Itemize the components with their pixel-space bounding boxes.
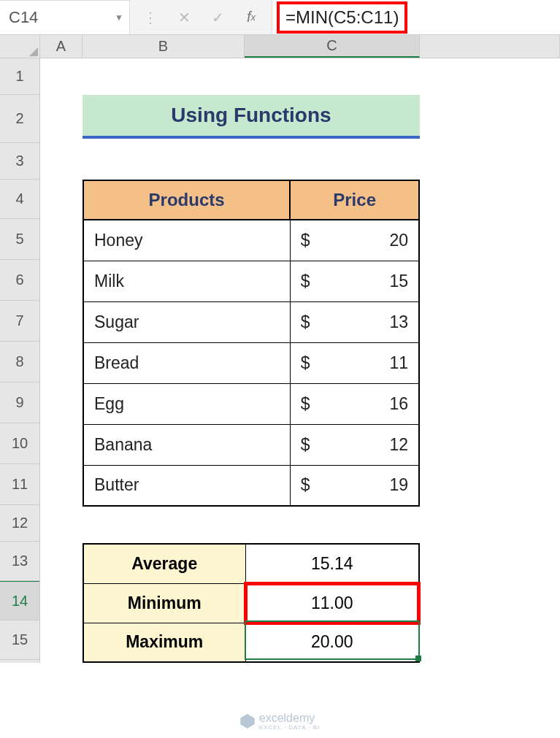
- currency-sign: $: [301, 231, 310, 250]
- column-header-A[interactable]: A: [40, 35, 83, 58]
- row-header-10[interactable]: 10: [0, 423, 39, 464]
- average-value[interactable]: 15.14: [245, 544, 419, 583]
- column-header-B[interactable]: B: [83, 35, 245, 58]
- cell-product[interactable]: Sugar: [83, 301, 290, 342]
- cell-price[interactable]: $16: [290, 383, 419, 424]
- cell-price[interactable]: $15: [290, 261, 419, 301]
- cell-price[interactable]: $20: [290, 220, 419, 261]
- row-header-1[interactable]: 1: [0, 58, 39, 95]
- name-box-value: C14: [9, 8, 38, 27]
- watermark-sub: EXCEL · DATA · BI: [259, 725, 321, 731]
- cells-area[interactable]: Using Functions Products Price Honey$20 …: [40, 58, 560, 663]
- row-headers: 1 2 3 4 5 6 7 8 9 10 11 12 13 14 15: [0, 58, 40, 663]
- cell-product[interactable]: Milk: [83, 261, 290, 301]
- products-table: Products Price Honey$20 Milk$15 Sugar$13…: [83, 180, 420, 507]
- cancel-icon[interactable]: ✕: [174, 9, 194, 26]
- cell-price[interactable]: $13: [290, 301, 419, 342]
- fx-icon[interactable]: fx: [241, 9, 261, 26]
- currency-sign: $: [301, 312, 310, 332]
- column-headers: A B C: [40, 35, 560, 58]
- maximum-value[interactable]: 20.00: [245, 623, 419, 662]
- row-header-4[interactable]: 4: [0, 180, 39, 219]
- row-header-12[interactable]: 12: [0, 505, 39, 542]
- average-label[interactable]: Average: [83, 544, 245, 583]
- hex-logo-icon: [240, 714, 255, 729]
- row-header-9[interactable]: 9: [0, 383, 39, 423]
- cell-product[interactable]: Banana: [83, 424, 290, 465]
- row-header-11[interactable]: 11: [0, 464, 39, 505]
- chevron-down-icon[interactable]: ▼: [115, 12, 123, 23]
- price-value: 11: [389, 353, 408, 373]
- page-title: Using Functions: [83, 95, 420, 139]
- header-price: Price: [290, 180, 419, 220]
- formula-text: =MIN(C5:C11): [277, 1, 407, 34]
- currency-sign: $: [301, 353, 310, 373]
- currency-sign: $: [301, 272, 310, 291]
- cell-product[interactable]: Butter: [83, 465, 290, 506]
- price-value: 15: [389, 272, 408, 291]
- row-header-14[interactable]: 14: [0, 581, 39, 620]
- cell-product[interactable]: Egg: [83, 383, 290, 424]
- currency-sign: $: [301, 475, 310, 495]
- currency-sign: $: [301, 394, 310, 414]
- row-header-3[interactable]: 3: [0, 143, 39, 180]
- row-header-7[interactable]: 7: [0, 301, 39, 342]
- cell-price[interactable]: $11: [290, 342, 419, 383]
- cell-price[interactable]: $12: [290, 424, 419, 465]
- formula-input[interactable]: =MIN(C5:C11): [272, 0, 560, 34]
- row-header-2[interactable]: 2: [0, 95, 39, 143]
- select-all-corner[interactable]: [0, 35, 40, 58]
- watermark-name: exceldemy: [259, 712, 315, 724]
- formula-bar: C14 ▼ ⋮ ✕ ✓ fx =MIN(C5:C11): [0, 0, 560, 35]
- price-value: 16: [389, 394, 408, 414]
- header-products: Products: [83, 180, 290, 220]
- formula-bar-controls: ⋮ ✕ ✓ fx: [130, 0, 272, 34]
- column-header-blank[interactable]: [420, 35, 560, 58]
- price-value: 19: [389, 475, 408, 495]
- row-header-6[interactable]: 6: [0, 260, 39, 301]
- cell-price[interactable]: $19: [290, 465, 419, 506]
- minimum-value[interactable]: 11.00: [245, 583, 419, 623]
- name-box[interactable]: C14 ▼: [0, 0, 130, 34]
- row-header-5[interactable]: 5: [0, 219, 39, 260]
- column-header-C[interactable]: C: [245, 35, 420, 58]
- price-value: 13: [389, 312, 408, 332]
- cell-product[interactable]: Honey: [83, 220, 290, 261]
- row-header-15[interactable]: 15: [0, 620, 39, 660]
- dots-icon: ⋮: [140, 9, 161, 26]
- price-value: 20: [389, 231, 408, 250]
- currency-sign: $: [301, 435, 310, 455]
- row-header-8[interactable]: 8: [0, 342, 39, 383]
- summary-table: Average 15.14 Minimum 11.00 Maximum 20.0…: [83, 543, 420, 663]
- confirm-icon[interactable]: ✓: [207, 9, 228, 26]
- price-value: 12: [389, 435, 408, 455]
- cell-product[interactable]: Bread: [83, 342, 290, 383]
- row-header-13[interactable]: 13: [0, 542, 39, 581]
- watermark: exceldemy EXCEL · DATA · BI: [240, 712, 321, 731]
- maximum-label[interactable]: Maximum: [83, 623, 245, 662]
- minimum-label[interactable]: Minimum: [83, 583, 245, 623]
